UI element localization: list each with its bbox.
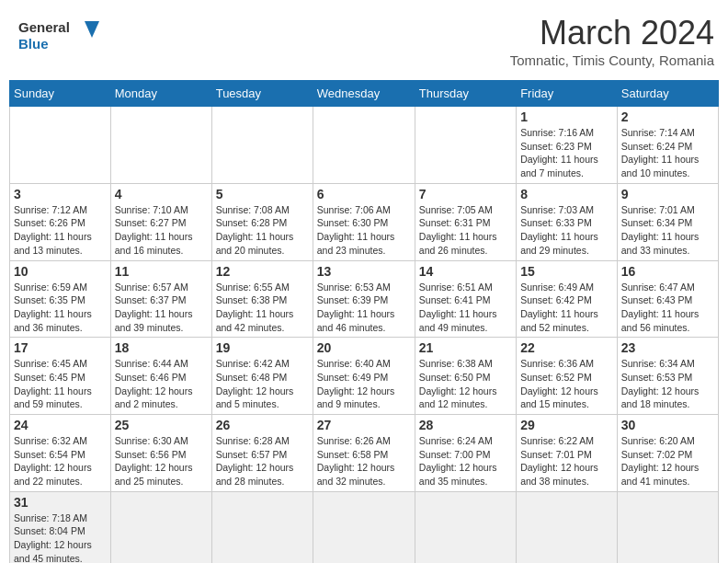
calendar-cell: 20Sunrise: 6:40 AM Sunset: 6:49 PM Dayli… <box>313 338 415 415</box>
day-info: Sunrise: 6:55 AM Sunset: 6:38 PM Dayligh… <box>216 281 309 335</box>
calendar-cell <box>313 107 415 184</box>
day-number: 17 <box>14 340 107 355</box>
calendar-cell: 28Sunrise: 6:24 AM Sunset: 7:00 PM Dayli… <box>415 415 516 492</box>
day-number: 19 <box>216 340 309 355</box>
calendar-cell: 22Sunrise: 6:36 AM Sunset: 6:52 PM Dayli… <box>517 338 618 415</box>
day-number: 20 <box>317 340 411 355</box>
day-info: Sunrise: 6:57 AM Sunset: 6:37 PM Dayligh… <box>115 281 208 335</box>
calendar-cell <box>313 491 415 563</box>
day-number: 2 <box>621 109 714 124</box>
calendar-cell: 8Sunrise: 7:03 AM Sunset: 6:33 PM Daylig… <box>517 183 618 260</box>
svg-text:General: General <box>18 19 70 35</box>
day-info: Sunrise: 6:40 AM Sunset: 6:49 PM Dayligh… <box>317 357 411 411</box>
weekday-header-thursday: Thursday <box>415 81 516 107</box>
day-info: Sunrise: 7:06 AM Sunset: 6:30 PM Dayligh… <box>317 203 411 258</box>
calendar-cell: 23Sunrise: 6:34 AM Sunset: 6:53 PM Dayli… <box>617 338 718 415</box>
day-number: 30 <box>621 418 714 432</box>
day-info: Sunrise: 6:51 AM Sunset: 6:41 PM Dayligh… <box>419 281 512 335</box>
day-number: 6 <box>317 187 411 201</box>
calendar-cell: 3Sunrise: 7:12 AM Sunset: 6:26 PM Daylig… <box>10 183 111 260</box>
day-number: 7 <box>419 187 512 201</box>
day-info: Sunrise: 6:45 AM Sunset: 6:45 PM Dayligh… <box>14 357 107 411</box>
calendar-table: SundayMondayTuesdayWednesdayThursdayFrid… <box>9 80 719 563</box>
calendar-cell <box>211 107 313 184</box>
calendar-week-row: 1Sunrise: 7:16 AM Sunset: 6:23 PM Daylig… <box>10 107 719 184</box>
calendar-cell <box>517 491 618 563</box>
svg-marker-2 <box>85 21 99 38</box>
calendar-cell: 19Sunrise: 6:42 AM Sunset: 6:48 PM Dayli… <box>211 338 313 415</box>
calendar-cell: 31Sunrise: 7:18 AM Sunset: 8:04 PM Dayli… <box>10 491 111 563</box>
weekday-header-friday: Friday <box>517 81 618 107</box>
day-info: Sunrise: 6:22 AM Sunset: 7:01 PM Dayligh… <box>520 434 613 488</box>
day-info: Sunrise: 6:47 AM Sunset: 6:43 PM Dayligh… <box>621 281 714 335</box>
day-number: 15 <box>520 264 613 279</box>
day-number: 22 <box>520 340 613 355</box>
day-info: Sunrise: 7:12 AM Sunset: 6:26 PM Dayligh… <box>14 203 107 258</box>
generalblue-logo-icon: General Blue <box>18 14 101 58</box>
title-section: March 2024 Tomnatic, Timis County, Roman… <box>510 14 714 68</box>
weekday-header-wednesday: Wednesday <box>313 81 415 107</box>
logo: General Blue <box>18 14 101 58</box>
day-info: Sunrise: 6:28 AM Sunset: 6:57 PM Dayligh… <box>216 434 309 488</box>
day-number: 23 <box>621 340 714 355</box>
day-number: 29 <box>520 418 613 432</box>
day-number: 8 <box>520 187 613 201</box>
svg-text:Blue: Blue <box>18 36 49 52</box>
calendar-cell: 14Sunrise: 6:51 AM Sunset: 6:41 PM Dayli… <box>415 260 516 338</box>
calendar-cell: 29Sunrise: 6:22 AM Sunset: 7:01 PM Dayli… <box>517 415 618 492</box>
calendar-cell <box>110 107 211 184</box>
calendar-week-row: 17Sunrise: 6:45 AM Sunset: 6:45 PM Dayli… <box>10 338 719 415</box>
calendar-cell <box>415 107 516 184</box>
calendar-cell <box>415 491 516 563</box>
day-info: Sunrise: 6:26 AM Sunset: 6:58 PM Dayligh… <box>317 434 411 488</box>
day-info: Sunrise: 7:18 AM Sunset: 8:04 PM Dayligh… <box>14 511 107 563</box>
weekday-header-saturday: Saturday <box>617 81 718 107</box>
day-number: 9 <box>621 187 714 201</box>
header: General Blue March 2024 Tomnatic, Timis … <box>9 9 719 73</box>
day-number: 28 <box>419 418 512 432</box>
calendar-cell: 11Sunrise: 6:57 AM Sunset: 6:37 PM Dayli… <box>110 260 211 338</box>
day-info: Sunrise: 6:20 AM Sunset: 7:02 PM Dayligh… <box>621 434 714 488</box>
calendar-cell: 25Sunrise: 6:30 AM Sunset: 6:56 PM Dayli… <box>110 415 211 492</box>
day-number: 27 <box>317 418 411 432</box>
calendar-cell: 5Sunrise: 7:08 AM Sunset: 6:28 PM Daylig… <box>211 183 313 260</box>
calendar-cell: 27Sunrise: 6:26 AM Sunset: 6:58 PM Dayli… <box>313 415 415 492</box>
calendar-week-row: 24Sunrise: 6:32 AM Sunset: 6:54 PM Dayli… <box>10 415 719 492</box>
month-year-title: March 2024 <box>510 14 714 52</box>
calendar-cell: 13Sunrise: 6:53 AM Sunset: 6:39 PM Dayli… <box>313 260 415 338</box>
day-info: Sunrise: 6:42 AM Sunset: 6:48 PM Dayligh… <box>216 357 309 411</box>
day-info: Sunrise: 6:59 AM Sunset: 6:35 PM Dayligh… <box>14 281 107 335</box>
day-info: Sunrise: 7:14 AM Sunset: 6:24 PM Dayligh… <box>621 126 714 180</box>
calendar-cell: 30Sunrise: 6:20 AM Sunset: 7:02 PM Dayli… <box>617 415 718 492</box>
calendar-cell: 21Sunrise: 6:38 AM Sunset: 6:50 PM Dayli… <box>415 338 516 415</box>
day-info: Sunrise: 7:08 AM Sunset: 6:28 PM Dayligh… <box>216 203 309 258</box>
calendar-cell: 17Sunrise: 6:45 AM Sunset: 6:45 PM Dayli… <box>10 338 111 415</box>
calendar-cell: 15Sunrise: 6:49 AM Sunset: 6:42 PM Dayli… <box>517 260 618 338</box>
weekday-header-sunday: Sunday <box>10 81 111 107</box>
day-info: Sunrise: 6:32 AM Sunset: 6:54 PM Dayligh… <box>14 434 107 488</box>
calendar-week-row: 31Sunrise: 7:18 AM Sunset: 8:04 PM Dayli… <box>10 491 719 563</box>
weekday-header-tuesday: Tuesday <box>211 81 313 107</box>
weekday-header-monday: Monday <box>110 81 211 107</box>
day-info: Sunrise: 6:30 AM Sunset: 6:56 PM Dayligh… <box>115 434 208 488</box>
day-number: 31 <box>14 495 107 510</box>
weekday-header-row: SundayMondayTuesdayWednesdayThursdayFrid… <box>10 81 719 107</box>
calendar-cell <box>617 491 718 563</box>
calendar-week-row: 3Sunrise: 7:12 AM Sunset: 6:26 PM Daylig… <box>10 183 719 260</box>
day-number: 4 <box>115 187 208 201</box>
day-number: 21 <box>419 340 512 355</box>
calendar-cell: 9Sunrise: 7:01 AM Sunset: 6:34 PM Daylig… <box>617 183 718 260</box>
calendar-cell <box>211 491 313 563</box>
day-number: 11 <box>115 264 208 279</box>
day-number: 12 <box>216 264 309 279</box>
calendar-cell: 2Sunrise: 7:14 AM Sunset: 6:24 PM Daylig… <box>617 107 718 184</box>
day-info: Sunrise: 7:10 AM Sunset: 6:27 PM Dayligh… <box>115 203 208 258</box>
calendar-cell: 26Sunrise: 6:28 AM Sunset: 6:57 PM Dayli… <box>211 415 313 492</box>
day-number: 25 <box>115 418 208 432</box>
day-number: 10 <box>14 264 107 279</box>
day-info: Sunrise: 7:03 AM Sunset: 6:33 PM Dayligh… <box>520 203 613 258</box>
day-info: Sunrise: 6:24 AM Sunset: 7:00 PM Dayligh… <box>419 434 512 488</box>
day-number: 1 <box>520 109 613 124</box>
day-info: Sunrise: 6:49 AM Sunset: 6:42 PM Dayligh… <box>520 281 613 335</box>
calendar-cell: 6Sunrise: 7:06 AM Sunset: 6:30 PM Daylig… <box>313 183 415 260</box>
